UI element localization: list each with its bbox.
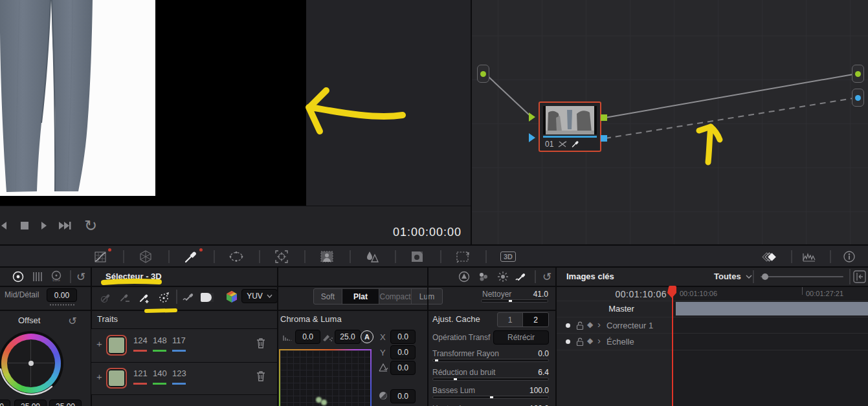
angle-field[interactable]: 0.0	[390, 361, 416, 375]
skip-forward-button[interactable]	[56, 218, 75, 233]
tab-tracker[interactable]	[270, 248, 293, 265]
denoise-dots-icon[interactable]	[475, 269, 492, 284]
offset-green-field[interactable]: 25.00	[14, 400, 47, 406]
trait-swatch[interactable]	[106, 368, 127, 389]
keyframes-playhead-marker[interactable]	[667, 286, 678, 299]
trait-swatch[interactable]	[106, 335, 127, 356]
matte-preview-icon[interactable]	[198, 290, 216, 305]
offset-red-field[interactable]: 25.00	[0, 400, 10, 406]
y-field[interactable]: 0.0	[390, 345, 416, 359]
trash-icon[interactable]	[256, 370, 266, 382]
invert-eyedropper-icon[interactable]	[180, 290, 197, 305]
enable-dot-icon[interactable]	[566, 339, 570, 344]
lock-icon[interactable]	[575, 321, 584, 330]
info-icon[interactable]	[838, 248, 861, 265]
scopes-icon[interactable]	[797, 248, 821, 265]
tab-qualifier[interactable]	[179, 248, 203, 265]
nettoyer-slider[interactable]	[481, 299, 548, 303]
lock-icon[interactable]	[575, 337, 584, 347]
trash-icon[interactable]	[256, 337, 266, 349]
keyframes-filter-dropdown[interactable]: Toutes	[714, 272, 752, 281]
highlight-eyedropper-icon[interactable]	[513, 269, 529, 284]
corrector-node-01[interactable]: 01	[539, 102, 601, 152]
reset-palette-icon[interactable]: ↺	[539, 268, 555, 285]
tab-power-window[interactable]	[225, 248, 248, 265]
output-node-key[interactable]	[852, 89, 864, 107]
lut-cube-icon[interactable]	[223, 288, 241, 305]
mid-detail-mini-slider[interactable]	[49, 304, 75, 306]
tab-sizing[interactable]	[451, 248, 474, 265]
play-button[interactable]	[36, 218, 52, 233]
tab-color-warper[interactable]	[134, 248, 157, 265]
auto-button[interactable]: A	[361, 330, 373, 343]
rotate-angle-icon	[378, 363, 388, 372]
mode-soft[interactable]: Soft	[314, 289, 342, 304]
despill-icon[interactable]	[456, 269, 473, 284]
expand-chevron-icon[interactable]: ›	[597, 319, 601, 330]
master-track-bar[interactable]	[676, 302, 868, 315]
eyedropper-icon[interactable]	[98, 290, 114, 305]
keyframes-zoom-slider[interactable]	[761, 276, 843, 277]
hue-center-field[interactable]: 0.0	[295, 330, 320, 344]
blue-channel-bar	[172, 350, 186, 352]
track-row-echelle[interactable]: ◆ › Échelle	[557, 334, 868, 350]
keyframe-diamond-icon[interactable]: ◆	[587, 336, 593, 345]
track-row-correcteur[interactable]: ◆ › Correcteur 1	[557, 317, 868, 334]
primary-bars-icon[interactable]	[28, 269, 47, 284]
eyedropper-minus-icon[interactable]	[117, 290, 133, 305]
keyframes-panel: Images clés Toutes 00:01:10:06 00:01:10:…	[557, 268, 868, 406]
x-field[interactable]: 0.0	[390, 330, 416, 344]
keyframe-diamond-icon[interactable]: ◆	[587, 320, 593, 329]
node-id-label: 01	[545, 140, 553, 149]
add-trait-button[interactable]: +	[96, 371, 102, 382]
noise-reduction-label: Réduction du bruit	[432, 368, 495, 377]
source-node[interactable]	[477, 65, 489, 83]
collapse-panel-icon[interactable]	[853, 270, 866, 283]
color-wheels-icon[interactable]	[9, 269, 27, 284]
tab-key[interactable]	[406, 248, 429, 265]
noise-reduction-slider[interactable]	[432, 378, 549, 381]
tab-magic-mask[interactable]	[315, 248, 339, 265]
mid-detail-field[interactable]: 0.00	[47, 288, 77, 302]
tab-blur[interactable]	[361, 248, 384, 265]
keyframes-playhead-line[interactable]	[672, 291, 673, 406]
chroma-plot[interactable]	[280, 350, 370, 406]
output-node-rgb[interactable]	[852, 65, 864, 83]
softness-picker-icon[interactable]	[155, 290, 172, 305]
mode-plat[interactable]: Plat	[342, 289, 379, 304]
brightness-sun-icon[interactable]	[495, 269, 511, 284]
add-trait-button[interactable]: +	[96, 338, 102, 349]
keyframes-stack-icon[interactable]	[759, 248, 782, 265]
transform-radius-slider[interactable]	[432, 359, 549, 362]
mode-compact[interactable]: Compact	[379, 289, 412, 304]
tab-curves[interactable]	[89, 248, 112, 265]
enable-dot-icon[interactable]	[566, 323, 570, 328]
operation-dropdown[interactable]: Rétrécir	[493, 330, 549, 345]
track-label-master[interactable]: Master	[576, 304, 667, 314]
matte-mode-group: Soft Plat Compact Lum	[313, 288, 443, 304]
track-label: Échelle	[606, 337, 634, 347]
cache-tab-1[interactable]: 1	[498, 313, 523, 326]
offset-color-wheel[interactable]	[0, 331, 63, 396]
noise-reduction-value: 6.4	[515, 368, 549, 377]
offset-blue-field[interactable]: 25.00	[49, 400, 82, 406]
traits-title: Traits	[97, 314, 118, 324]
offset-reset-icon[interactable]: ↺	[65, 313, 80, 328]
cache-tab-2[interactable]: 2	[523, 313, 548, 326]
colorspace-dropdown[interactable]: YUV	[241, 289, 278, 303]
chroma-softness-field[interactable]: 0.0	[390, 389, 416, 403]
zoom-slider-handle[interactable]	[762, 273, 768, 280]
hue-width-field[interactable]: 25.0	[335, 330, 361, 344]
eyedropper-plus-icon[interactable]	[137, 290, 152, 305]
loop-button[interactable]: ↻	[82, 217, 100, 235]
stop-button[interactable]	[17, 218, 32, 233]
log-wheels-icon[interactable]: LOG	[48, 269, 66, 284]
reset-grades-icon[interactable]: ↺	[72, 268, 89, 285]
skip-back-button[interactable]	[0, 218, 12, 233]
viewer	[0, 0, 471, 206]
low-lum-slider[interactable]	[432, 396, 549, 399]
expand-chevron-icon[interactable]: ›	[597, 335, 601, 346]
node-graph[interactable]: 01	[471, 0, 868, 244]
tab-stereo-3d[interactable]: 3D	[496, 248, 520, 265]
node-key-bar	[543, 136, 597, 138]
